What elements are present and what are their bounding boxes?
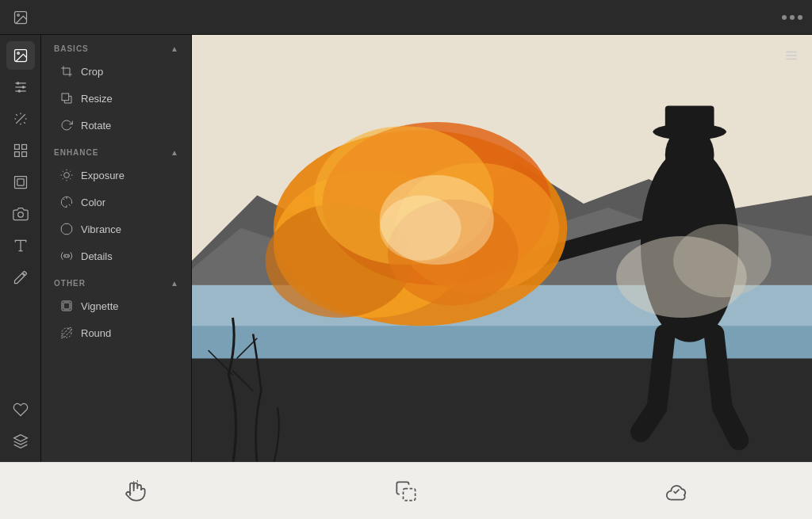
exposure-label: Exposure <box>81 170 124 181</box>
details-icon <box>60 250 73 262</box>
vignette-label: Vignette <box>81 300 118 312</box>
window-controls <box>782 15 802 20</box>
rotate-item[interactable]: Rotate <box>41 112 191 139</box>
artwork-canvas <box>192 35 812 462</box>
hand-tool-button[interactable] <box>124 480 147 502</box>
crop-item[interactable]: Crop <box>41 58 191 85</box>
text-icon[interactable] <box>6 231 35 260</box>
magic-wand-icon[interactable] <box>6 105 35 133</box>
svg-point-26 <box>64 173 70 178</box>
resize-item[interactable]: Resize <box>41 85 191 112</box>
heart-icon[interactable] <box>6 395 35 424</box>
resize-icon <box>60 92 73 105</box>
svg-line-29 <box>63 171 63 172</box>
svg-line-30 <box>70 178 71 179</box>
top-bar <box>0 0 812 35</box>
vignette-icon <box>60 300 73 312</box>
svg-line-34 <box>70 171 71 172</box>
camera-icon[interactable] <box>6 200 35 228</box>
vibrance-label: Vibrance <box>81 223 121 235</box>
svg-line-10 <box>16 114 25 124</box>
canvas-area <box>192 35 812 462</box>
color-item[interactable]: Color <box>41 189 191 216</box>
dot-2 <box>790 15 795 20</box>
vignette-item[interactable]: Vignette <box>41 292 191 319</box>
svg-point-36 <box>65 254 68 258</box>
svg-rect-20 <box>17 179 23 185</box>
grid-icon[interactable] <box>6 136 35 165</box>
crop-icon <box>60 65 73 78</box>
main-area: BASICS ▲ Crop Resize Rotate <box>0 35 812 462</box>
exposure-item[interactable]: Exposure <box>41 162 191 189</box>
svg-line-33 <box>63 178 63 179</box>
dot-3 <box>798 15 802 20</box>
svg-rect-19 <box>14 177 26 189</box>
image-toolbar-icon[interactable] <box>10 6 32 29</box>
layers-icon[interactable] <box>6 427 35 456</box>
enhance-title: ENHANCE <box>54 148 98 157</box>
side-panel: BASICS ▲ Crop Resize Rotate <box>41 35 192 462</box>
svg-rect-17 <box>14 152 19 157</box>
other-title: OTHER <box>54 279 86 288</box>
svg-point-61 <box>380 196 462 261</box>
other-chevron: ▲ <box>170 279 178 288</box>
svg-point-9 <box>17 90 20 92</box>
svg-point-1 <box>17 13 19 15</box>
vibrance-icon <box>60 223 73 235</box>
sun-icon <box>60 169 73 181</box>
enhance-section-header[interactable]: ENHANCE ▲ <box>41 139 191 162</box>
cloud-tool-button[interactable] <box>665 480 688 502</box>
round-icon <box>60 326 73 339</box>
svg-point-21 <box>17 212 23 218</box>
color-icon <box>60 196 73 208</box>
image-icon[interactable] <box>6 41 35 70</box>
other-section-header[interactable]: OTHER ▲ <box>41 269 191 292</box>
svg-rect-66 <box>403 488 415 500</box>
bottom-bar <box>0 462 812 519</box>
adjustments-icon[interactable] <box>6 73 35 101</box>
enhance-chevron: ▲ <box>170 148 178 157</box>
basics-chevron: ▲ <box>170 44 178 53</box>
rotate-icon <box>60 119 73 132</box>
svg-rect-25 <box>62 93 69 101</box>
round-item[interactable]: Round <box>41 319 191 346</box>
svg-rect-15 <box>14 145 19 150</box>
copy-icon <box>395 480 417 502</box>
svg-rect-52 <box>665 105 714 134</box>
svg-rect-16 <box>21 145 26 150</box>
basics-section-header[interactable]: BASICS ▲ <box>41 35 191 58</box>
cloud-check-icon <box>665 480 688 502</box>
brush-icon[interactable] <box>6 263 35 292</box>
svg-rect-38 <box>63 303 70 309</box>
icon-toolbar <box>0 35 41 462</box>
svg-marker-35 <box>61 223 71 234</box>
svg-rect-18 <box>21 152 26 157</box>
svg-marker-24 <box>13 435 27 441</box>
svg-point-7 <box>17 82 19 84</box>
round-label: Round <box>81 327 111 339</box>
crop-label: Crop <box>81 66 103 78</box>
svg-point-63 <box>673 224 771 298</box>
copy-tool-button[interactable] <box>395 480 417 502</box>
rotate-label: Rotate <box>81 120 111 132</box>
svg-point-3 <box>17 52 18 55</box>
hand-icon <box>124 480 147 502</box>
frame-icon[interactable] <box>6 168 35 197</box>
details-item[interactable]: Details <box>41 242 191 269</box>
svg-point-39 <box>62 328 71 338</box>
details-label: Details <box>81 250 113 262</box>
hamburger-menu-icon[interactable] <box>780 44 802 67</box>
color-label: Color <box>81 197 105 208</box>
dot-1 <box>782 15 787 20</box>
vibrance-item[interactable]: Vibrance <box>41 216 191 242</box>
svg-point-8 <box>21 86 24 88</box>
resize-label: Resize <box>81 93 113 105</box>
basics-title: BASICS <box>54 44 89 53</box>
